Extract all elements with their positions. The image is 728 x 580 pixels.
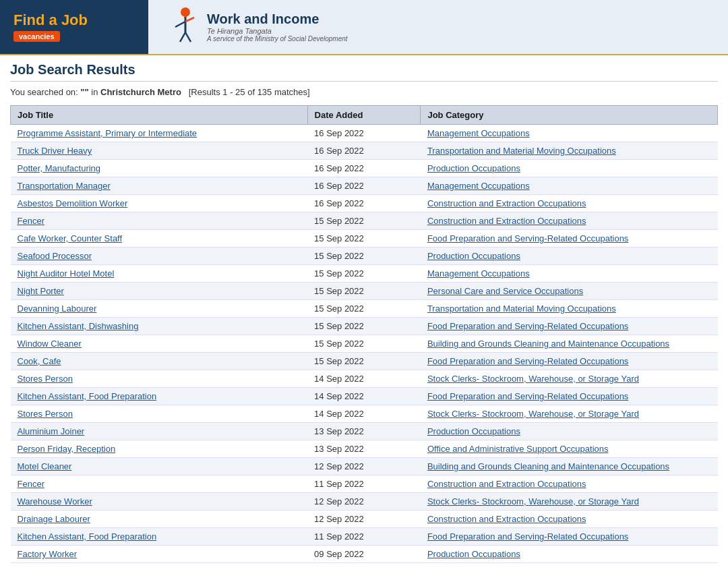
job-category-cell: Food Preparation and Serving-Related Occ… <box>421 318 718 335</box>
job-title-link[interactable]: Warehouse Worker <box>18 496 92 506</box>
job-title-link[interactable]: Stores Person <box>18 409 73 419</box>
work-income-figure-icon <box>162 7 199 47</box>
job-category-link[interactable]: Office and Administrative Support Occupa… <box>427 444 609 454</box>
work-income-name: Work and Income <box>207 11 348 27</box>
find-a-job-logo-section: Find a Job vacancies <box>0 0 148 54</box>
table-row: Kitchen Assistant, Food Preparation11 Se… <box>11 528 718 546</box>
job-title-link[interactable]: Truck Driver Heavy <box>18 146 92 156</box>
job-title-link[interactable]: Factory Worker <box>18 549 78 559</box>
table-row: Kitchen Assistant, Dishwashing15 Sep 202… <box>11 318 718 335</box>
job-title-link[interactable]: Person Friday, Reception <box>18 444 116 454</box>
job-title-link[interactable]: Asbestos Demolition Worker <box>18 198 128 208</box>
date-added-cell: 16 Sep 2022 <box>307 160 421 177</box>
table-row: Cook, Cafe15 Sep 2022Food Preparation an… <box>11 353 718 370</box>
job-category-link[interactable]: Construction and Extraction Occupations <box>427 514 586 524</box>
table-row: Stores Person14 Sep 2022Stock Clerks- St… <box>11 370 718 388</box>
table-row: Truck Driver Heavy16 Sep 2022Transportat… <box>11 142 718 160</box>
date-added-cell: 12 Sep 2022 <box>307 493 421 511</box>
job-category-link[interactable]: Personal Care and Service Occupations <box>427 286 583 296</box>
find-job-title: Find a Job <box>13 12 88 28</box>
find-job-logo: Find a Job vacancies <box>13 12 88 41</box>
job-category-link[interactable]: Production Occupations <box>427 251 520 261</box>
job-category-link[interactable]: Management Occupations <box>427 268 530 279</box>
job-title-cell: Transportation Manager <box>11 177 308 195</box>
job-category-link[interactable]: Management Occupations <box>427 128 530 138</box>
table-row: Kitchen Assistant, Food Preparation14 Se… <box>11 388 718 405</box>
job-title-cell: Potter, Manufacturing <box>11 160 308 177</box>
job-title-link[interactable]: Transportation Manager <box>18 181 111 191</box>
job-category-cell: Production Occupations <box>421 423 718 440</box>
results-table: Job Title Date Added Job Category Progra… <box>10 105 718 563</box>
table-row: Aluminium Joiner13 Sep 2022Production Oc… <box>11 423 718 440</box>
date-added-cell: 15 Sep 2022 <box>307 265 421 283</box>
job-category-link[interactable]: Food Preparation and Serving-Related Occ… <box>427 531 628 542</box>
date-added-cell: 12 Sep 2022 <box>307 458 421 475</box>
job-title-link[interactable]: Potter, Manufacturing <box>18 163 101 173</box>
job-category-link[interactable]: Food Preparation and Serving-Related Occ… <box>427 356 628 366</box>
job-category-link[interactable]: Construction and Extraction Occupations <box>427 216 586 226</box>
job-category-cell: Transportation and Material Moving Occup… <box>421 300 718 318</box>
job-title-link[interactable]: Kitchen Assistant, Food Preparation <box>18 391 157 401</box>
table-row: Potter, Manufacturing16 Sep 2022Producti… <box>11 160 718 177</box>
job-category-cell: Transportation and Material Moving Occup… <box>421 142 718 160</box>
job-title-link[interactable]: Night Porter <box>18 286 64 296</box>
table-row: Devanning Labourer15 Sep 2022Transportat… <box>11 300 718 318</box>
job-title-link[interactable]: Stores Person <box>18 374 73 384</box>
job-category-link[interactable]: Transportation and Material Moving Occup… <box>427 303 616 314</box>
job-category-link[interactable]: Stock Clerks- Stockroom, Warehouse, or S… <box>427 496 639 506</box>
date-added-cell: 15 Sep 2022 <box>307 283 421 300</box>
work-label: Work and Income <box>207 11 319 26</box>
job-title-link[interactable]: Seafood Processor <box>18 251 92 261</box>
job-title-link[interactable]: Cafe Worker, Counter Staff <box>18 233 123 243</box>
job-category-link[interactable]: Production Occupations <box>427 163 520 173</box>
job-title-link[interactable]: Night Auditor Hotel Motel <box>18 268 115 279</box>
job-category-cell: Construction and Extraction Occupations <box>421 212 718 230</box>
job-category-link[interactable]: Building and Grounds Cleaning and Mainte… <box>427 461 669 471</box>
job-title-link[interactable]: Kitchen Assistant, Food Preparation <box>18 531 157 542</box>
job-title-cell: Asbestos Demolition Worker <box>11 195 308 212</box>
table-row: Drainage Labourer12 Sep 2022Construction… <box>11 511 718 528</box>
date-added-cell: 14 Sep 2022 <box>307 370 421 388</box>
job-category-link[interactable]: Construction and Extraction Occupations <box>427 198 586 208</box>
search-results-count: [Results 1 - 25 of 135 matches] <box>189 87 310 97</box>
job-category-link[interactable]: Stock Clerks- Stockroom, Warehouse, or S… <box>427 409 639 419</box>
job-category-link[interactable]: Transportation and Material Moving Occup… <box>427 146 616 156</box>
job-category-link[interactable]: Building and Grounds Cleaning and Mainte… <box>427 339 669 349</box>
job-title-link[interactable]: Drainage Labourer <box>18 514 90 524</box>
job-title-link[interactable]: Window Cleaner <box>18 339 82 349</box>
job-category-cell: Construction and Extraction Occupations <box>421 475 718 493</box>
job-category-link[interactable]: Production Occupations <box>427 549 520 559</box>
job-category-link[interactable]: Production Occupations <box>427 426 520 436</box>
job-title-link[interactable]: Fencer <box>18 479 44 489</box>
job-title-cell: Kitchen Assistant, Food Preparation <box>11 528 308 546</box>
work-income-logo: Work and Income Te Hiranga Tangata A ser… <box>162 7 348 47</box>
job-category-link[interactable]: Food Preparation and Serving-Related Occ… <box>427 391 628 401</box>
date-added-cell: 15 Sep 2022 <box>307 230 421 248</box>
find-label: Find a Job <box>13 11 88 28</box>
job-category-link[interactable]: Management Occupations <box>427 181 530 191</box>
job-category-link[interactable]: Food Preparation and Serving-Related Occ… <box>427 233 628 243</box>
job-title-cell: Warehouse Worker <box>11 493 308 511</box>
job-title-link[interactable]: Aluminium Joiner <box>18 426 85 436</box>
job-category-cell: Production Occupations <box>421 248 718 265</box>
job-title-link[interactable]: Devanning Labourer <box>18 303 97 314</box>
job-title-link[interactable]: Motel Cleaner <box>18 461 72 471</box>
job-category-cell: Construction and Extraction Occupations <box>421 195 718 212</box>
date-added-cell: 09 Sep 2022 <box>307 546 421 563</box>
job-title-cell: Window Cleaner <box>11 335 308 353</box>
table-row: Warehouse Worker12 Sep 2022Stock Clerks-… <box>11 493 718 511</box>
job-title-link[interactable]: Programme Assistant, Primary or Intermed… <box>18 128 198 138</box>
wi-tagline: A service of the Ministry of Social Deve… <box>207 35 348 42</box>
table-row: Night Porter15 Sep 2022Personal Care and… <box>11 283 718 300</box>
job-title-cell: Night Auditor Hotel Motel <box>11 265 308 283</box>
table-row: Night Auditor Hotel Motel15 Sep 2022Mana… <box>11 265 718 283</box>
date-added-cell: 15 Sep 2022 <box>307 318 421 335</box>
job-title-cell: Programme Assistant, Primary or Intermed… <box>11 125 308 142</box>
job-category-link[interactable]: Stock Clerks- Stockroom, Warehouse, or S… <box>427 374 639 384</box>
job-title-link[interactable]: Fencer <box>18 216 44 226</box>
job-category-link[interactable]: Construction and Extraction Occupations <box>427 479 586 489</box>
job-title-link[interactable]: Cook, Cafe <box>18 356 61 366</box>
job-category-link[interactable]: Food Preparation and Serving-Related Occ… <box>427 321 628 331</box>
date-added-cell: 16 Sep 2022 <box>307 177 421 195</box>
job-title-link[interactable]: Kitchen Assistant, Dishwashing <box>18 321 139 331</box>
